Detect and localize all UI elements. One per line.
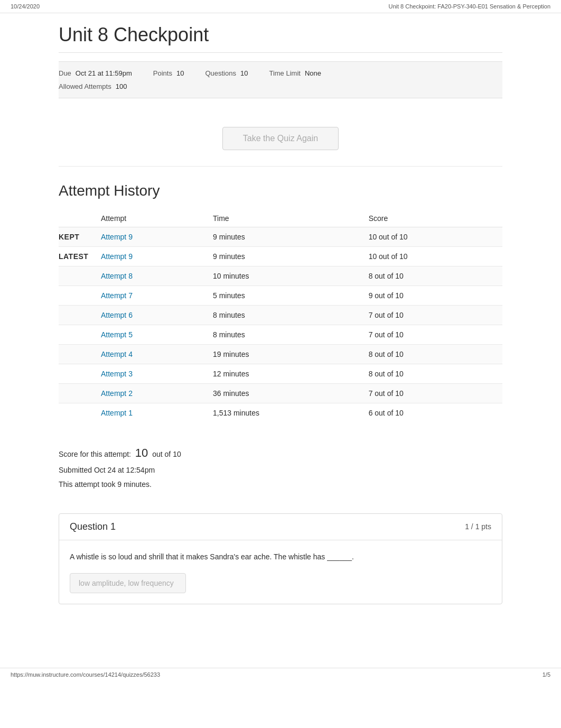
meta-allowed-attempts-value: 100 [116, 82, 127, 90]
table-row: Attempt 419 minutes8 out of 10 [59, 345, 502, 364]
meta-questions-label: Questions [205, 69, 236, 77]
row-time: 36 minutes [213, 384, 369, 403]
bottom-bar-url: https://muw.instructure.com/courses/1421… [11, 671, 160, 678]
row-label [59, 286, 101, 306]
meta-time-limit-value: None [305, 69, 321, 77]
score-for-attempt-line: Score for this attempt: 10 out of 10 [59, 444, 502, 462]
meta-points-label: Points [153, 69, 172, 77]
meta-points-value: 10 [176, 69, 184, 77]
meta-time-limit-label: Time Limit [269, 69, 300, 77]
row-attempt[interactable]: Attempt 4 [101, 345, 213, 364]
row-score: 8 out of 10 [369, 266, 502, 286]
table-row: Attempt 75 minutes9 out of 10 [59, 286, 502, 306]
question-1-block: Question 1 1 / 1 pts A whistle is so lou… [59, 513, 502, 604]
attempt-link[interactable]: Attempt 3 [101, 370, 133, 378]
row-score: 9 out of 10 [369, 286, 502, 306]
attempt-link[interactable]: Attempt 2 [101, 389, 133, 398]
row-attempt[interactable]: Attempt 6 [101, 306, 213, 325]
row-attempt[interactable]: Attempt 3 [101, 364, 213, 384]
answer-option: low amplitude, low frequency [70, 573, 186, 593]
row-label [59, 403, 101, 423]
took-line: This attempt took 9 minutes. [59, 478, 502, 490]
score-number: 10 [135, 446, 148, 459]
row-label [59, 364, 101, 384]
row-label [59, 266, 101, 286]
main-content: Unit 8 Checkpoint Due Oct 21 at 11:59pm … [43, 13, 518, 647]
question-1-pts: 1 / 1 pts [465, 522, 491, 531]
meta-allowed-attempts-label: Allowed Attempts [59, 82, 111, 90]
attempt-link[interactable]: Attempt 4 [101, 350, 133, 358]
meta-due-label: Due [59, 69, 71, 77]
meta-points: Points 10 [153, 69, 184, 77]
row-attempt[interactable]: Attempt 5 [101, 325, 213, 345]
page-title: Unit 8 Checkpoint [59, 24, 502, 53]
table-row: LATESTAttempt 99 minutes10 out of 10 [59, 247, 502, 266]
bottom-bar-pagination: 1/5 [543, 671, 550, 678]
take-quiz-button[interactable]: Take the Quiz Again [222, 127, 339, 150]
attempt-link[interactable]: Attempt 7 [101, 291, 133, 300]
row-score: 7 out of 10 [369, 306, 502, 325]
attempt-link[interactable]: Attempt 9 [101, 233, 133, 241]
row-time: 9 minutes [213, 247, 369, 266]
meta-time-limit: Time Limit None [269, 69, 321, 77]
row-score: 7 out of 10 [369, 384, 502, 403]
row-score: 10 out of 10 [369, 227, 502, 247]
row-time: 10 minutes [213, 266, 369, 286]
table-row: Attempt 68 minutes7 out of 10 [59, 306, 502, 325]
col-attempt: Attempt [101, 210, 213, 227]
question-1-title: Question 1 [70, 521, 116, 532]
attempt-table-header: Attempt Time Score [59, 210, 502, 227]
attempt-link[interactable]: Attempt 9 [101, 252, 133, 261]
row-time: 1,513 minutes [213, 403, 369, 423]
attempt-link[interactable]: Attempt 8 [101, 272, 133, 280]
table-row: KEPTAttempt 99 minutes10 out of 10 [59, 227, 502, 247]
row-attempt[interactable]: Attempt 9 [101, 227, 213, 247]
col-label [59, 210, 101, 227]
question-1-header: Question 1 1 / 1 pts [59, 514, 502, 540]
score-out-of: out of 10 [152, 450, 181, 458]
row-attempt[interactable]: Attempt 1 [101, 403, 213, 423]
attempt-link[interactable]: Attempt 5 [101, 330, 133, 339]
meta-info: Due Oct 21 at 11:59pm Points 10 Question… [59, 61, 502, 98]
top-bar-title: Unit 8 Checkpoint: FA20-PSY-340-E01 Sens… [388, 3, 550, 10]
row-attempt[interactable]: Attempt 7 [101, 286, 213, 306]
row-score: 10 out of 10 [369, 247, 502, 266]
table-row: Attempt 810 minutes8 out of 10 [59, 266, 502, 286]
meta-questions: Questions 10 [205, 69, 248, 77]
row-time: 19 minutes [213, 345, 369, 364]
bottom-bar: https://muw.instructure.com/courses/1421… [0, 668, 561, 681]
row-label [59, 345, 101, 364]
top-bar-date: 10/24/2020 [11, 3, 40, 10]
row-time: 12 minutes [213, 364, 369, 384]
row-time: 8 minutes [213, 306, 369, 325]
row-score: 8 out of 10 [369, 345, 502, 364]
meta-due-value: Oct 21 at 11:59pm [76, 69, 132, 77]
table-row: Attempt 312 minutes8 out of 10 [59, 364, 502, 384]
row-time: 9 minutes [213, 227, 369, 247]
top-bar: 10/24/2020 Unit 8 Checkpoint: FA20-PSY-3… [0, 0, 561, 13]
row-label: KEPT [59, 227, 101, 247]
take-quiz-section: Take the Quiz Again [59, 111, 502, 167]
row-score: 8 out of 10 [369, 364, 502, 384]
row-attempt[interactable]: Attempt 9 [101, 247, 213, 266]
row-score: 7 out of 10 [369, 325, 502, 345]
row-score: 6 out of 10 [369, 403, 502, 423]
col-score: Score [369, 210, 502, 227]
attempt-history-title: Attempt History [59, 182, 502, 199]
score-for-label: Score for this attempt: [59, 450, 131, 458]
score-section: Score for this attempt: 10 out of 10 Sub… [59, 438, 502, 497]
meta-questions-value: 10 [240, 69, 248, 77]
row-label [59, 325, 101, 345]
submitted-line: Submitted Oct 24 at 12:54pm [59, 464, 502, 476]
row-time: 5 minutes [213, 286, 369, 306]
table-row: Attempt 11,513 minutes6 out of 10 [59, 403, 502, 423]
attempt-link[interactable]: Attempt 1 [101, 409, 133, 417]
row-attempt[interactable]: Attempt 8 [101, 266, 213, 286]
attempt-link[interactable]: Attempt 6 [101, 311, 133, 319]
table-row: Attempt 236 minutes7 out of 10 [59, 384, 502, 403]
question-1-body: A whistle is so loud and shrill that it … [59, 540, 502, 604]
question-1-text: A whistle is so loud and shrill that it … [70, 551, 491, 563]
row-attempt[interactable]: Attempt 2 [101, 384, 213, 403]
row-label [59, 384, 101, 403]
row-time: 8 minutes [213, 325, 369, 345]
